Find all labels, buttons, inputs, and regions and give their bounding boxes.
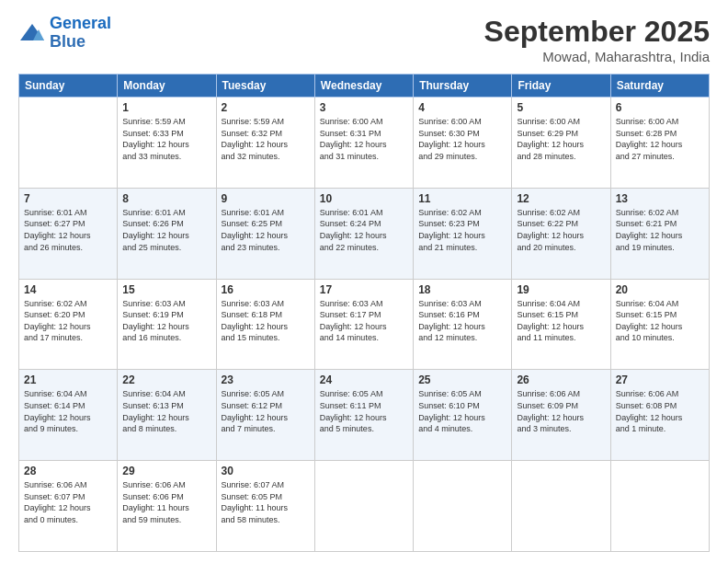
day-info: Sunrise: 6:07 AM Sunset: 6:05 PM Dayligh…	[222, 479, 310, 525]
day-number: 23	[222, 373, 310, 386]
day-number: 6	[616, 101, 704, 114]
day-info: Sunrise: 6:04 AM Sunset: 6:15 PM Dayligh…	[616, 298, 704, 344]
calendar-cell	[610, 461, 709, 552]
calendar-cell: 20Sunrise: 6:04 AM Sunset: 6:15 PM Dayli…	[610, 279, 709, 370]
calendar-cell: 17Sunrise: 6:03 AM Sunset: 6:17 PM Dayli…	[314, 279, 413, 370]
week-row: 14Sunrise: 6:02 AM Sunset: 6:20 PM Dayli…	[19, 279, 710, 370]
title-block: September 2025 Mowad, Maharashtra, India	[484, 15, 710, 64]
logo-line1: General	[50, 14, 111, 32]
day-number: 16	[222, 283, 310, 296]
calendar-cell: 26Sunrise: 6:06 AM Sunset: 6:09 PM Dayli…	[512, 370, 610, 461]
calendar-cell: 19Sunrise: 6:04 AM Sunset: 6:15 PM Dayli…	[512, 279, 610, 370]
day-number: 24	[320, 373, 408, 386]
calendar-cell: 18Sunrise: 6:03 AM Sunset: 6:16 PM Dayli…	[414, 279, 512, 370]
day-info: Sunrise: 6:01 AM Sunset: 6:24 PM Dayligh…	[320, 207, 408, 253]
day-info: Sunrise: 6:03 AM Sunset: 6:18 PM Dayligh…	[222, 298, 310, 344]
calendar-cell: 25Sunrise: 6:05 AM Sunset: 6:10 PM Dayli…	[414, 370, 512, 461]
logo-icon	[18, 22, 46, 44]
day-info: Sunrise: 6:03 AM Sunset: 6:16 PM Dayligh…	[418, 298, 506, 344]
day-number: 12	[517, 192, 605, 205]
day-number: 30	[222, 465, 310, 477]
day-number: 18	[418, 283, 506, 296]
calendar-cell: 28Sunrise: 6:06 AM Sunset: 6:07 PM Dayli…	[19, 461, 118, 552]
calendar-cell	[512, 461, 610, 552]
day-info: Sunrise: 6:05 AM Sunset: 6:11 PM Dayligh…	[320, 388, 408, 434]
day-number: 7	[24, 192, 112, 205]
weekday-header: Tuesday	[216, 75, 314, 98]
calendar-cell: 22Sunrise: 6:04 AM Sunset: 6:13 PM Dayli…	[118, 370, 216, 461]
calendar-cell	[314, 461, 413, 552]
day-number: 2	[222, 101, 310, 114]
day-number: 22	[122, 373, 210, 386]
day-info: Sunrise: 6:06 AM Sunset: 6:09 PM Dayligh…	[517, 388, 605, 434]
weekday-header: Wednesday	[314, 75, 413, 98]
day-info: Sunrise: 6:01 AM Sunset: 6:27 PM Dayligh…	[24, 207, 112, 253]
calendar-cell: 27Sunrise: 6:06 AM Sunset: 6:08 PM Dayli…	[610, 370, 709, 461]
day-info: Sunrise: 6:05 AM Sunset: 6:12 PM Dayligh…	[222, 388, 310, 434]
day-info: Sunrise: 6:04 AM Sunset: 6:14 PM Dayligh…	[24, 388, 112, 434]
calendar-cell: 14Sunrise: 6:02 AM Sunset: 6:20 PM Dayli…	[19, 279, 118, 370]
logo: General Blue	[18, 15, 111, 52]
day-number: 9	[222, 192, 310, 205]
day-info: Sunrise: 6:02 AM Sunset: 6:22 PM Dayligh…	[517, 207, 605, 253]
day-info: Sunrise: 6:06 AM Sunset: 6:08 PM Dayligh…	[616, 388, 704, 434]
day-number: 10	[320, 192, 408, 205]
day-number: 1	[122, 101, 210, 114]
calendar-cell: 23Sunrise: 6:05 AM Sunset: 6:12 PM Dayli…	[216, 370, 314, 461]
day-info: Sunrise: 6:01 AM Sunset: 6:26 PM Dayligh…	[122, 207, 210, 253]
calendar-cell: 15Sunrise: 6:03 AM Sunset: 6:19 PM Dayli…	[118, 279, 216, 370]
day-number: 25	[418, 373, 506, 386]
day-info: Sunrise: 6:03 AM Sunset: 6:17 PM Dayligh…	[320, 298, 408, 344]
page: General Blue September 2025 Mowad, Mahar…	[0, 0, 728, 563]
day-info: Sunrise: 6:03 AM Sunset: 6:19 PM Dayligh…	[122, 298, 210, 344]
weekday-header: Sunday	[19, 75, 118, 98]
day-number: 8	[122, 192, 210, 205]
month-title: September 2025	[484, 15, 710, 49]
calendar-cell	[19, 98, 118, 189]
weekday-row: SundayMondayTuesdayWednesdayThursdayFrid…	[19, 75, 710, 98]
day-number: 14	[24, 283, 112, 296]
calendar-cell: 30Sunrise: 6:07 AM Sunset: 6:05 PM Dayli…	[216, 461, 314, 552]
day-number: 19	[517, 283, 605, 296]
calendar-cell: 1Sunrise: 5:59 AM Sunset: 6:33 PM Daylig…	[118, 98, 216, 189]
weekday-header: Thursday	[414, 75, 512, 98]
week-row: 28Sunrise: 6:06 AM Sunset: 6:07 PM Dayli…	[19, 461, 710, 552]
day-number: 26	[517, 373, 605, 386]
calendar-cell: 6Sunrise: 6:00 AM Sunset: 6:28 PM Daylig…	[610, 98, 709, 189]
day-number: 27	[616, 373, 704, 386]
day-number: 17	[320, 283, 408, 296]
calendar-cell: 12Sunrise: 6:02 AM Sunset: 6:22 PM Dayli…	[512, 188, 610, 279]
calendar-cell: 2Sunrise: 5:59 AM Sunset: 6:32 PM Daylig…	[216, 98, 314, 189]
calendar-cell: 13Sunrise: 6:02 AM Sunset: 6:21 PM Dayli…	[610, 188, 709, 279]
day-number: 3	[320, 101, 408, 114]
day-info: Sunrise: 6:02 AM Sunset: 6:21 PM Dayligh…	[616, 207, 704, 253]
day-info: Sunrise: 6:04 AM Sunset: 6:13 PM Dayligh…	[122, 388, 210, 434]
day-info: Sunrise: 6:02 AM Sunset: 6:20 PM Dayligh…	[24, 298, 112, 344]
calendar-cell: 10Sunrise: 6:01 AM Sunset: 6:24 PM Dayli…	[314, 188, 413, 279]
day-number: 15	[122, 283, 210, 296]
day-info: Sunrise: 6:06 AM Sunset: 6:07 PM Dayligh…	[24, 479, 112, 525]
day-number: 20	[616, 283, 704, 296]
calendar-header: SundayMondayTuesdayWednesdayThursdayFrid…	[19, 75, 710, 98]
calendar-cell: 11Sunrise: 6:02 AM Sunset: 6:23 PM Dayli…	[414, 188, 512, 279]
day-number: 21	[24, 373, 112, 386]
day-info: Sunrise: 6:00 AM Sunset: 6:31 PM Dayligh…	[320, 116, 408, 162]
location: Mowad, Maharashtra, India	[484, 49, 710, 64]
day-number: 11	[418, 192, 506, 205]
calendar-cell: 16Sunrise: 6:03 AM Sunset: 6:18 PM Dayli…	[216, 279, 314, 370]
week-row: 1Sunrise: 5:59 AM Sunset: 6:33 PM Daylig…	[19, 98, 710, 189]
day-info: Sunrise: 5:59 AM Sunset: 6:33 PM Dayligh…	[122, 116, 210, 162]
day-info: Sunrise: 6:04 AM Sunset: 6:15 PM Dayligh…	[517, 298, 605, 344]
calendar-cell	[414, 461, 512, 552]
day-number: 29	[122, 465, 210, 477]
calendar-table: SundayMondayTuesdayWednesdayThursdayFrid…	[18, 74, 710, 552]
calendar-body: 1Sunrise: 5:59 AM Sunset: 6:33 PM Daylig…	[19, 98, 710, 552]
header: General Blue September 2025 Mowad, Mahar…	[18, 15, 710, 64]
day-info: Sunrise: 6:00 AM Sunset: 6:29 PM Dayligh…	[517, 116, 605, 162]
day-number: 5	[517, 101, 605, 114]
weekday-header: Saturday	[610, 75, 709, 98]
day-info: Sunrise: 6:06 AM Sunset: 6:06 PM Dayligh…	[122, 479, 210, 525]
day-number: 28	[24, 465, 112, 477]
calendar-cell: 21Sunrise: 6:04 AM Sunset: 6:14 PM Dayli…	[19, 370, 118, 461]
day-info: Sunrise: 6:00 AM Sunset: 6:30 PM Dayligh…	[418, 116, 506, 162]
